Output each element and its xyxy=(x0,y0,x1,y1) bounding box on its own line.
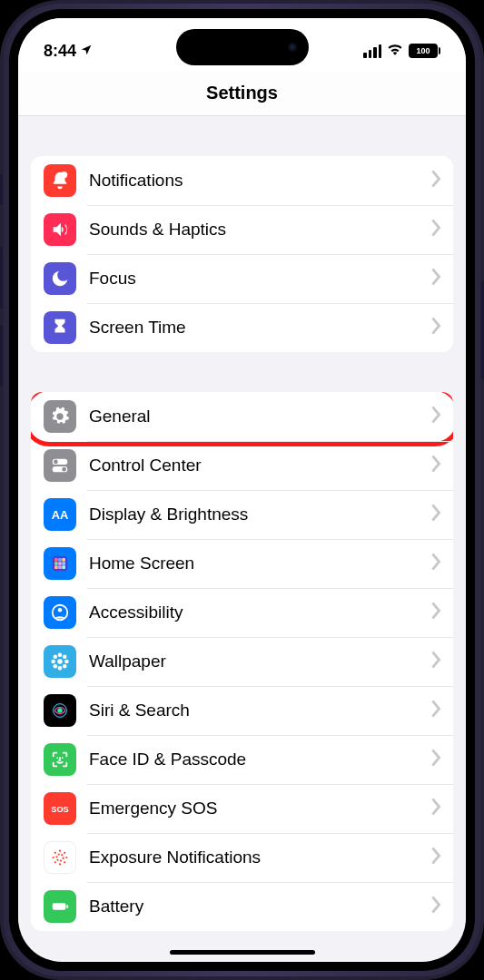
svg-point-33 xyxy=(56,854,63,860)
row-label: Sounds & Haptics xyxy=(89,220,431,240)
chevron-right-icon xyxy=(431,456,442,475)
phone-frame: 8:44 100 Settings NotificationsSounds & … xyxy=(0,0,484,980)
svg-point-37 xyxy=(65,857,67,858)
flower-icon xyxy=(44,645,76,678)
chevron-right-icon xyxy=(431,799,442,818)
settings-row-screentime[interactable]: Screen Time xyxy=(31,303,453,352)
silent-switch[interactable] xyxy=(0,174,3,205)
svg-point-38 xyxy=(54,852,56,854)
chevron-right-icon xyxy=(431,603,442,622)
grid-icon xyxy=(44,547,76,580)
hourglass-icon xyxy=(44,311,76,344)
chevron-right-icon xyxy=(431,269,442,289)
row-label: Siri & Search xyxy=(89,701,431,720)
svg-point-25 xyxy=(53,664,57,669)
battery-icon xyxy=(44,890,76,923)
row-label: General xyxy=(89,407,431,426)
svg-point-34 xyxy=(59,850,61,852)
chevron-right-icon xyxy=(431,554,442,573)
row-label: Accessibility xyxy=(89,603,431,622)
wifi-icon xyxy=(387,43,403,59)
settings-group: NotificationsSounds & HapticsFocusScreen… xyxy=(31,156,453,352)
aa-icon: AA xyxy=(44,498,76,531)
svg-point-20 xyxy=(58,666,63,671)
settings-group: GeneralControl CenterAADisplay & Brightn… xyxy=(31,392,453,931)
settings-row-siri[interactable]: Siri & Search xyxy=(31,686,453,735)
svg-point-22 xyxy=(64,660,69,664)
svg-point-23 xyxy=(53,654,57,659)
svg-point-19 xyxy=(58,652,63,657)
chevron-right-icon xyxy=(431,505,442,524)
svg-rect-43 xyxy=(66,905,68,908)
bell-icon xyxy=(44,164,76,197)
row-label: Emergency SOS xyxy=(89,799,431,818)
battery-icon: 100 xyxy=(409,44,440,58)
svg-rect-12 xyxy=(62,562,65,565)
cellular-icon xyxy=(363,44,381,58)
chevron-right-icon xyxy=(431,171,442,191)
gear-icon xyxy=(44,400,76,433)
moon-icon xyxy=(44,262,76,295)
page-title: Settings xyxy=(18,71,466,116)
svg-rect-15 xyxy=(62,565,65,569)
row-label: Exposure Notifications xyxy=(89,848,431,867)
location-icon xyxy=(80,42,93,61)
svg-point-0 xyxy=(61,172,67,178)
person-circle-icon xyxy=(44,596,76,629)
status-time: 8:44 xyxy=(44,42,76,61)
settings-list[interactable]: NotificationsSounds & HapticsFocusScreen… xyxy=(18,116,466,962)
sos-icon: SOS xyxy=(44,792,76,825)
chevron-right-icon xyxy=(431,318,442,338)
svg-rect-11 xyxy=(58,562,62,565)
svg-rect-13 xyxy=(54,565,58,569)
row-label: Face ID & Passcode xyxy=(89,750,431,769)
chevron-right-icon xyxy=(431,897,442,916)
row-label: Screen Time xyxy=(89,318,431,338)
face-icon xyxy=(44,743,76,776)
settings-row-exposure[interactable]: Exposure Notifications xyxy=(31,833,453,882)
svg-point-2 xyxy=(54,460,58,465)
volume-down-button[interactable] xyxy=(0,325,3,387)
chevron-right-icon xyxy=(431,652,442,671)
settings-row-wallpaper[interactable]: Wallpaper xyxy=(31,637,453,686)
settings-row-display[interactable]: AADisplay & Brightness xyxy=(31,490,453,539)
screen: 8:44 100 Settings NotificationsSounds & … xyxy=(18,18,466,962)
volume-up-button[interactable] xyxy=(0,247,3,309)
settings-row-controlcenter[interactable]: Control Center xyxy=(31,441,453,490)
settings-row-accessibility[interactable]: Accessibility xyxy=(31,588,453,637)
row-label: Display & Brightness xyxy=(89,505,431,524)
home-indicator[interactable] xyxy=(170,950,315,955)
svg-point-21 xyxy=(51,660,55,664)
virus-icon xyxy=(44,841,76,874)
svg-text:SOS: SOS xyxy=(51,805,68,814)
svg-rect-42 xyxy=(53,903,66,909)
settings-row-focus[interactable]: Focus xyxy=(31,254,453,303)
row-label: Control Center xyxy=(89,456,431,475)
settings-row-sos[interactable]: SOSEmergency SOS xyxy=(31,784,453,833)
chevron-right-icon xyxy=(431,848,442,867)
row-label: Battery xyxy=(89,897,431,916)
chevron-right-icon xyxy=(431,701,442,720)
chevron-right-icon xyxy=(431,750,442,769)
svg-point-30 xyxy=(56,757,58,759)
svg-point-26 xyxy=(63,664,67,669)
settings-row-notifications[interactable]: Notifications xyxy=(31,156,453,205)
dynamic-island xyxy=(176,29,309,65)
svg-point-41 xyxy=(64,861,65,863)
svg-point-40 xyxy=(54,861,56,863)
settings-row-battery[interactable]: Battery xyxy=(31,882,453,931)
settings-row-homescreen[interactable]: Home Screen xyxy=(31,539,453,588)
row-label: Wallpaper xyxy=(89,652,431,671)
settings-row-general[interactable]: General xyxy=(31,392,453,441)
speaker-icon xyxy=(44,213,76,246)
row-label: Notifications xyxy=(89,171,431,191)
svg-point-36 xyxy=(53,857,54,858)
settings-row-faceid[interactable]: Face ID & Passcode xyxy=(31,735,453,784)
svg-point-35 xyxy=(59,863,61,865)
svg-point-17 xyxy=(58,608,63,612)
siri-icon xyxy=(44,694,76,727)
svg-point-29 xyxy=(57,708,63,713)
switches-icon xyxy=(44,449,76,482)
svg-point-31 xyxy=(62,757,64,759)
settings-row-sounds[interactable]: Sounds & Haptics xyxy=(31,205,453,254)
